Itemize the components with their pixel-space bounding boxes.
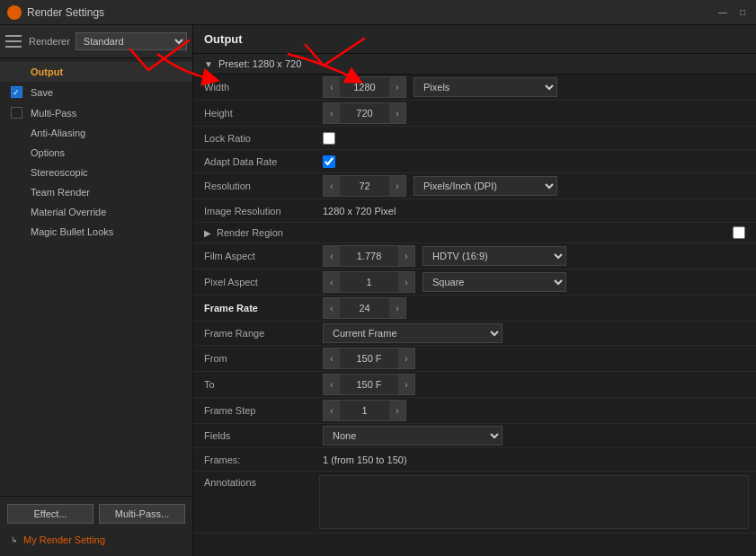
pixel-aspect-row: Pixel Aspect ‹ › Square (193, 269, 756, 296)
fields-row: Fields None (193, 424, 756, 448)
pixel-aspect-unit-select[interactable]: Square (422, 272, 566, 292)
pixel-aspect-decrement-button[interactable]: ‹ (324, 272, 340, 292)
multi-pass-checkbox[interactable] (11, 107, 22, 119)
sidebar-item-save[interactable]: ✓ Save (0, 82, 192, 102)
width-increment-button[interactable]: › (389, 77, 405, 97)
from-increment-button[interactable]: › (398, 349, 414, 368)
render-region-row: ▶ Render Region (193, 223, 756, 243)
sidebar-item-stereoscopic-label: Stereoscopic (25, 167, 192, 178)
annotations-area[interactable] (319, 475, 749, 529)
frame-step-input[interactable] (340, 401, 389, 420)
resolution-increment-button[interactable]: › (389, 176, 405, 196)
content-area: Output ▼ Preset: 1280 x 720 Width ‹ › Pi… (193, 25, 756, 556)
film-aspect-input[interactable] (340, 246, 398, 266)
output-header: Output (193, 25, 756, 54)
pixel-aspect-label: Pixel Aspect (193, 273, 319, 291)
title-bar: Render Settings — □ (0, 0, 756, 25)
sidebar-item-stereoscopic[interactable]: Stereoscopic (0, 163, 192, 182)
minimize-button[interactable]: — (716, 6, 729, 19)
height-increment-button[interactable]: › (389, 103, 405, 123)
lock-ratio-checkbox[interactable] (323, 132, 335, 145)
height-decrement-button[interactable]: ‹ (324, 103, 340, 123)
save-checkbox[interactable]: ✓ (11, 86, 22, 98)
save-checkbox-cell[interactable]: ✓ (7, 86, 25, 98)
film-aspect-decrement-button[interactable]: ‹ (324, 246, 340, 266)
width-unit-select[interactable]: Pixels (414, 77, 557, 97)
width-decrement-button[interactable]: ‹ (324, 77, 340, 97)
from-row: From ‹ › (193, 346, 756, 372)
to-decrement-button[interactable]: ‹ (324, 375, 340, 394)
pixel-aspect-value-group: ‹ › Square (319, 269, 756, 295)
window-title: Render Settings (27, 6, 716, 19)
sidebar-item-anti-aliasing[interactable]: Anti-Aliasing (0, 123, 192, 143)
sidebar-item-options-label: Options (25, 147, 192, 158)
width-input[interactable] (340, 77, 389, 97)
from-input[interactable] (340, 349, 398, 368)
render-setting-arrow-icon: ↳ (11, 535, 20, 544)
sidebar-item-multi-pass[interactable]: Multi-Pass (0, 102, 192, 123)
sidebar-item-team-render-label: Team Render (25, 187, 192, 198)
pixel-aspect-increment-button[interactable]: › (398, 272, 414, 292)
from-decrement-button[interactable]: ‹ (324, 349, 340, 368)
resolution-spinner: ‹ › (323, 175, 406, 197)
frames-label: Frames: (193, 451, 319, 469)
preset-arrow-icon: ▼ (204, 59, 213, 69)
renderer-label: Renderer (29, 36, 70, 47)
height-value-group: ‹ › (319, 101, 756, 126)
width-value-group: ‹ › Pixels (319, 75, 756, 100)
frames-row: Frames: 1 (from 150 to 150) (193, 448, 756, 472)
frame-rate-input[interactable] (340, 298, 389, 318)
preset-row[interactable]: ▼ Preset: 1280 x 720 (193, 54, 756, 75)
adapt-data-rate-checkbox[interactable] (323, 155, 335, 168)
fields-select[interactable]: None (323, 426, 503, 446)
my-render-setting[interactable]: ↳ My Render Setting (7, 531, 185, 549)
to-input[interactable] (340, 375, 398, 394)
sidebar-item-material-override[interactable]: Material Override (0, 202, 192, 222)
image-resolution-label: Image Resolution (193, 202, 319, 220)
resolution-unit-select[interactable]: Pixels/Inch (DPI) (414, 176, 557, 196)
hamburger-icon[interactable] (5, 35, 22, 48)
frame-rate-decrement-button[interactable]: ‹ (324, 298, 340, 318)
pixel-aspect-input[interactable] (340, 272, 398, 292)
sidebar-item-output[interactable]: Output (0, 62, 192, 82)
frame-rate-increment-button[interactable]: › (389, 298, 405, 318)
multi-pass-button[interactable]: Multi-Pass... (99, 504, 185, 524)
lock-ratio-label: Lock Ratio (193, 129, 319, 147)
frame-step-increment-button[interactable]: › (389, 401, 405, 420)
sidebar-item-options[interactable]: Options (0, 143, 192, 163)
resolution-decrement-button[interactable]: ‹ (324, 176, 340, 196)
lock-ratio-row: Lock Ratio (193, 127, 756, 150)
multi-pass-checkbox-cell[interactable] (7, 107, 25, 119)
resolution-input[interactable] (340, 176, 389, 196)
renderer-select[interactable]: Standard (76, 32, 187, 50)
render-region-checkbox[interactable] (733, 226, 745, 239)
film-aspect-increment-button[interactable]: › (398, 246, 414, 266)
frames-text: 1 (from 150 to 150) (323, 455, 407, 465)
fields-value-group: None (319, 424, 756, 447)
film-aspect-label: Film Aspect (193, 247, 319, 265)
from-label: From (193, 349, 319, 367)
lock-ratio-value (319, 130, 756, 146)
output-title: Output (204, 32, 243, 46)
sidebar: Renderer Standard Output ✓ Save (0, 25, 193, 556)
height-input[interactable] (340, 103, 389, 123)
from-spinner: ‹ › (323, 348, 415, 369)
adapt-data-rate-row: Adapt Data Rate (193, 150, 756, 173)
adapt-data-rate-label: Adapt Data Rate (193, 153, 319, 171)
film-aspect-unit-select[interactable]: HDTV (16:9) (422, 246, 566, 266)
resolution-label: Resolution (193, 177, 319, 195)
frame-step-row: Frame Step ‹ › (193, 398, 756, 424)
effect-button[interactable]: Effect... (7, 504, 93, 524)
to-increment-button[interactable]: › (398, 375, 414, 394)
sidebar-item-team-render[interactable]: Team Render (0, 182, 192, 202)
frame-range-select[interactable]: Current Frame (323, 323, 503, 343)
frames-value: 1 (from 150 to 150) (319, 453, 756, 467)
sidebar-item-material-override-label: Material Override (25, 207, 192, 217)
sidebar-item-anti-aliasing-label: Anti-Aliasing (25, 128, 192, 138)
from-value-group: ‹ › (319, 346, 756, 371)
width-row: Width ‹ › Pixels (193, 75, 756, 101)
height-spinner: ‹ › (323, 102, 406, 124)
maximize-button[interactable]: □ (736, 6, 749, 19)
frame-step-decrement-button[interactable]: ‹ (324, 401, 340, 420)
sidebar-item-magic-bullet-looks[interactable]: Magic Bullet Looks (0, 222, 192, 242)
